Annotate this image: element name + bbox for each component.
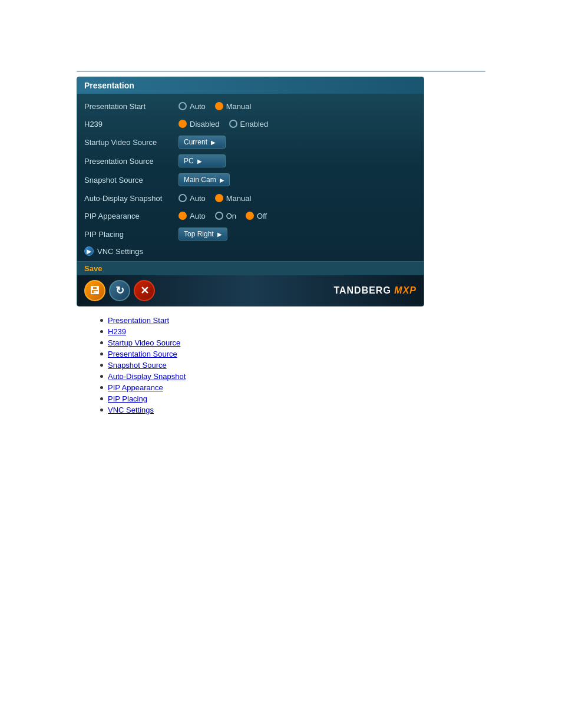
radio-manual-display-circle [215,194,223,202]
list-item: Presentation Source [100,350,485,358]
panel-body: Presentation Start Auto Manual [77,94,424,261]
vnc-settings-row[interactable]: ▶ VNC Settings [84,243,416,259]
vnc-icon: ▶ [84,246,94,256]
auto-display-snapshot-label: Auto-Display Snapshot [84,194,178,203]
radio-manual-circle [215,102,223,110]
pip-appearance-options: Auto On Off [178,212,267,220]
bullet-icon [100,330,103,333]
bullet-icon [100,386,103,389]
radio-auto-label: Auto [190,102,206,111]
radio-pip-auto-label: Auto [190,212,206,220]
radio-disabled-circle [178,120,187,128]
presentation-source-dropdown[interactable]: PC ▶ [178,154,226,167]
h239-options: Disabled Enabled [178,120,268,129]
radio-disabled-label: Disabled [190,120,220,129]
save-bar: Save [77,261,424,275]
radio-pip-on-label: On [226,212,236,220]
radio-pip-off-circle [246,212,254,220]
presentation-start-label: Presentation Start [84,102,178,111]
list-item: Startup Video Source [100,338,485,347]
bullet-icon [100,319,103,322]
link-presentation-source[interactable]: Presentation Source [108,350,177,358]
dropdown-arrow-icon-3: ▶ [220,177,224,183]
h239-enabled[interactable]: Enabled [229,120,269,129]
presentation-start-options: Auto Manual [178,102,251,111]
radio-auto-display-label: Auto [190,194,206,203]
brand-logo: TANDBERG MXP [333,285,416,296]
refresh-button[interactable]: ↻ [109,280,130,301]
radio-pip-on-circle [215,212,223,220]
link-presentation-start[interactable]: Presentation Start [108,316,169,325]
radio-auto-display-circle [178,194,187,202]
bottom-icons-group: 🖫 ↻ ✕ [84,280,155,301]
bullet-icon [100,409,103,411]
radio-auto-circle [178,102,187,110]
pip-placing-row: PIP Placing Top Right ▶ [84,225,416,243]
presentation-source-row: Presentation Source PC ▶ [84,151,416,170]
presentation-start-manual[interactable]: Manual [215,102,252,111]
snapshot-source-label: Snapshot Source [84,176,178,185]
link-auto-display-snapshot[interactable]: Auto-Display Snapshot [108,372,186,381]
dropdown-arrow-icon: ▶ [211,139,216,146]
links-section: Presentation Start H239 Startup Video So… [100,316,485,414]
link-h239[interactable]: H239 [108,327,126,336]
radio-manual-display-label: Manual [226,194,252,203]
close-icon: ✕ [140,284,149,297]
snapshot-source-dropdown[interactable]: Main Cam ▶ [178,173,230,186]
radio-enabled-circle [229,120,237,128]
startup-video-source-row: Startup Video Source Current ▶ [84,133,416,151]
list-item: VNC Settings [100,406,485,414]
startup-video-source-label: Startup Video Source [84,138,178,147]
bullet-icon [100,397,103,400]
h239-label: H239 [84,120,178,129]
link-pip-placing[interactable]: PIP Placing [108,394,147,403]
link-snapshot-source[interactable]: Snapshot Source [108,361,167,370]
radio-manual-label: Manual [226,102,252,111]
list-item: PIP Placing [100,394,485,403]
auto-display-manual[interactable]: Manual [215,194,252,203]
link-vnc-settings[interactable]: VNC Settings [108,406,154,414]
pip-appearance-on[interactable]: On [215,212,236,220]
radio-pip-off-label: Off [257,212,267,220]
close-button[interactable]: ✕ [134,280,155,301]
dropdown-arrow-icon-2: ▶ [197,158,202,164]
presentation-panel: Presentation Presentation Start Auto Man… [77,77,424,307]
list-item: H239 [100,327,485,336]
panel-title: Presentation [77,77,424,94]
radio-pip-auto-circle [178,212,187,220]
pip-appearance-label: PIP Appearance [84,212,178,220]
save-button[interactable]: 🖫 [84,280,105,301]
startup-video-source-dropdown[interactable]: Current ▶ [178,136,226,149]
auto-display-options: Auto Manual [178,194,251,203]
link-pip-appearance[interactable]: PIP Appearance [108,383,163,392]
save-label: Save [84,264,102,273]
bullet-icon [100,364,103,367]
panel-wrapper: Presentation Presentation Start Auto Man… [77,72,485,307]
list-item: Snapshot Source [100,361,485,370]
h239-disabled[interactable]: Disabled [178,120,220,129]
bottom-bar: 🖫 ↻ ✕ TANDBERG MXP [77,275,424,306]
h239-row: H239 Disabled Enabled [84,115,416,133]
save-icon: 🖫 [90,285,100,297]
auto-display-snapshot-row: Auto-Display Snapshot Auto Manual [84,189,416,207]
list-item: Presentation Start [100,316,485,325]
bullet-icon [100,375,103,378]
radio-enabled-label: Enabled [240,120,269,129]
pip-appearance-off[interactable]: Off [246,212,267,220]
pip-appearance-row: PIP Appearance Auto On Off [84,207,416,225]
snapshot-source-row: Snapshot Source Main Cam ▶ [84,170,416,189]
dropdown-arrow-icon-4: ▶ [217,231,222,238]
pip-placing-dropdown[interactable]: Top Right ▶ [178,228,227,241]
link-startup-video-source[interactable]: Startup Video Source [108,338,180,347]
bullet-icon [100,353,103,355]
page-container: Presentation Presentation Start Auto Man… [0,0,562,414]
presentation-start-auto[interactable]: Auto [178,102,206,111]
vnc-settings-label: VNC Settings [97,247,143,256]
presentation-source-label: Presentation Source [84,157,178,166]
pip-placing-label: PIP Placing [84,230,178,239]
auto-display-auto[interactable]: Auto [178,194,206,203]
presentation-start-row: Presentation Start Auto Manual [84,97,416,115]
pip-appearance-auto[interactable]: Auto [178,212,206,220]
bullet-icon [100,341,103,344]
list-item: PIP Appearance [100,383,485,392]
